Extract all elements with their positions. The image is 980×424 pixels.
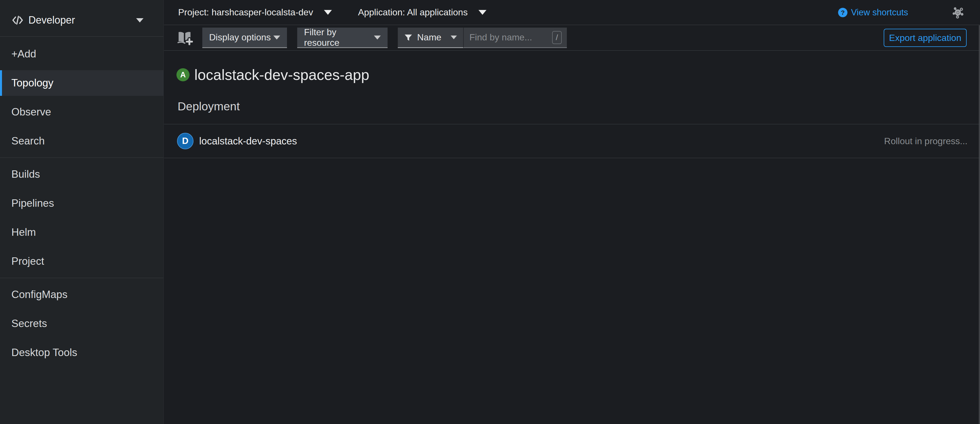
filter-by-resource-dropdown[interactable]: Filter by resource: [297, 27, 388, 48]
sidebar-item-pipelines[interactable]: Pipelines: [0, 191, 163, 216]
sidebar-item-configmaps[interactable]: ConfigMaps: [0, 282, 163, 308]
question-circle-icon: ?: [838, 7, 848, 18]
filter-by-resource-label: Filter by resource: [304, 27, 374, 48]
sidebar-item-builds[interactable]: Builds: [0, 161, 163, 187]
export-application-button[interactable]: Export application: [884, 29, 967, 47]
sidebar-item-secrets[interactable]: Secrets: [0, 311, 163, 336]
deployment-name[interactable]: localstack-dev-spaces: [199, 135, 297, 147]
sidebar-item-helm[interactable]: Helm: [0, 220, 163, 245]
scrollbar-track[interactable]: [979, 25, 980, 424]
chevron-down-icon: [324, 10, 332, 15]
chevron-down-icon: [136, 18, 143, 22]
topology-toolbar: Display options Filter by resource Name …: [164, 25, 980, 51]
view-shortcuts-link[interactable]: ? View shortcuts: [838, 7, 908, 18]
perspective-label: Developer: [29, 14, 75, 26]
slash-shortcut-badge: /: [552, 31, 562, 44]
sidebar-item-search[interactable]: Search: [0, 128, 163, 154]
application-switcher[interactable]: Application: All applications: [358, 7, 487, 18]
sidebar-item-project[interactable]: Project: [0, 249, 163, 274]
name-filter-label: Name: [417, 32, 441, 43]
topology-graph-icon[interactable]: [951, 6, 964, 19]
open-book-plus-icon[interactable]: [176, 30, 193, 46]
sidebar: Developer +Add Topology Observe Search B…: [0, 0, 164, 424]
find-by-name-box: /: [463, 27, 567, 48]
chevron-down-icon: [374, 35, 381, 40]
application-group-header: A localstack-dev-spaces-app: [177, 66, 369, 83]
topology-list-view: A localstack-dev-spaces-app Deployment D…: [164, 51, 980, 424]
find-by-name-input[interactable]: [469, 32, 552, 43]
deployment-badge: D: [177, 133, 194, 149]
sidebar-item-topology[interactable]: Topology: [0, 70, 163, 96]
section-heading-deployment: Deployment: [178, 100, 240, 113]
code-icon: [11, 14, 24, 26]
sidebar-divider: [0, 278, 163, 278]
masthead: Project: harshcasper-localsta-dev Applic…: [164, 0, 980, 25]
chevron-down-icon: [274, 35, 280, 40]
application-title: localstack-dev-spaces-app: [194, 66, 369, 83]
view-shortcuts-label: View shortcuts: [851, 7, 908, 18]
sidebar-nav: +Add Topology Observe Search Builds Pipe…: [0, 37, 163, 365]
name-filter-dropdown[interactable]: Name: [398, 27, 463, 48]
deployment-row[interactable]: D localstack-dev-spaces Rollout in progr…: [164, 124, 980, 158]
chevron-down-icon: [451, 35, 457, 39]
application-badge: A: [177, 68, 189, 81]
chevron-down-icon: [479, 10, 487, 15]
sidebar-item-add[interactable]: +Add: [0, 41, 163, 67]
project-switcher[interactable]: Project: harshcasper-localsta-dev: [178, 7, 332, 18]
project-switcher-label: Project: harshcasper-localsta-dev: [178, 7, 313, 18]
application-switcher-label: Application: All applications: [358, 7, 468, 18]
sidebar-item-desktop-tools[interactable]: Desktop Tools: [0, 340, 163, 365]
svg-text:?: ?: [841, 9, 845, 16]
sidebar-divider: [0, 158, 163, 158]
name-filter-group: Name /: [398, 27, 567, 48]
sidebar-item-observe[interactable]: Observe: [0, 99, 163, 125]
filter-funnel-icon: [404, 33, 417, 42]
display-options-label: Display options: [209, 32, 271, 43]
display-options-dropdown[interactable]: Display options: [202, 27, 287, 48]
perspective-switcher[interactable]: Developer: [0, 0, 163, 37]
deployment-status: Rollout in progress...: [884, 136, 967, 147]
